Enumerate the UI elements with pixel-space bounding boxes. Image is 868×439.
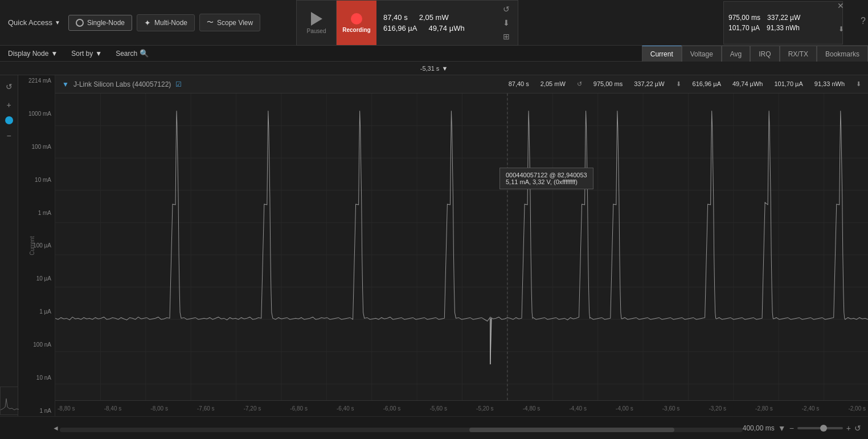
x-label-14: -3,20 s — [709, 405, 726, 412]
x-label-10: -4,80 s — [523, 405, 541, 412]
x-label-1: -8,40 s — [104, 405, 122, 412]
scope-view-button[interactable]: 〜 Scope View — [199, 14, 260, 31]
y-axis-title: Current — [29, 236, 35, 255]
energy-value: 49,74 µWh — [429, 24, 465, 32]
chart-header: ▼ J-Link Silicon Labs (440057122) ☑ 87,4… — [55, 75, 868, 94]
zoom-out-button[interactable]: − — [2, 129, 16, 143]
y-label-9: 10 nA — [18, 375, 55, 381]
single-node-button[interactable]: Single-Node — [68, 15, 132, 31]
top-toolbar: Quick Access ▼ Single-Node ✦ Multi-Node … — [0, 0, 868, 46]
zoom-reset-button[interactable]: ↺ — [854, 424, 861, 433]
tab-avg-label: Avg — [730, 50, 742, 58]
tab-current[interactable]: Current — [642, 46, 682, 62]
zoom-minus-button[interactable]: − — [789, 424, 794, 433]
tab-rxtx[interactable]: RX/TX — [780, 46, 817, 62]
x-label-2: -8,00 s — [150, 405, 168, 412]
device-info: ▼ J-Link Silicon Labs (440057122) ☑ — [62, 80, 182, 88]
power-value: 2,05 mW — [419, 13, 449, 22]
reset-icon[interactable]: ↺ — [503, 5, 510, 14]
rs-energy: 91,33 nWh — [767, 24, 800, 32]
display-node-button[interactable]: Display Node ▼ — [5, 48, 61, 59]
sort-chevron: ▼ — [95, 50, 102, 58]
multi-node-label: Multi-Node — [154, 19, 187, 27]
chart-container: ↺ + − Current 2214 mA 1000 mA 100 mA 10 … — [0, 75, 868, 416]
x-axis: -8,80 s -8,40 s -8,00 s -7,60 s -7,20 s … — [55, 400, 868, 416]
zoom-label: 400,00 ms — [743, 424, 775, 432]
ch-current2: 101,70 µA — [774, 80, 803, 88]
download-panel-button[interactable]: ⬇ — [838, 25, 844, 33]
tab-bar: Current Voltage Avg IRQ RX/TX Bookmarks — [642, 46, 868, 62]
record-label: Recording — [342, 27, 370, 33]
sort-by-label: Sort by — [71, 50, 93, 58]
zoom-slider[interactable] — [797, 427, 843, 429]
help-button[interactable]: ? — [861, 16, 866, 26]
right-stats-panel: 975,00 ms 337,22 µW 101,70 µA 91,33 nWh — [723, 1, 843, 44]
zoom-in-button[interactable]: + — [2, 98, 16, 112]
ch-power2: 337,22 µW — [634, 80, 664, 88]
zoom-plus-button[interactable]: + — [846, 424, 851, 433]
waveform-chart — [55, 94, 868, 416]
ch-download2-icon[interactable]: ⬇ — [856, 80, 861, 88]
x-label-15: -2,80 s — [755, 405, 773, 412]
tab-bookmarks[interactable]: Bookmarks — [817, 46, 868, 62]
scope-view-label: Scope View — [217, 19, 253, 27]
y-label-1: 1000 mA — [18, 111, 55, 117]
current-value: 616,96 µA — [383, 24, 417, 32]
play-icon — [311, 12, 322, 26]
search-button[interactable]: Search 🔍 — [112, 48, 152, 59]
zoom-dropdown-button[interactable]: ▼ — [778, 424, 786, 433]
chart-area: ▼ J-Link Silicon Labs (440057122) ☑ 87,4… — [55, 75, 868, 416]
chevron-down-icon: ▼ — [55, 19, 60, 26]
record-icon — [351, 13, 362, 25]
record-button[interactable]: Recording — [337, 1, 376, 45]
scroll-left-button[interactable]: ◄ — [52, 424, 59, 432]
waveform-icon: 〜 — [207, 18, 214, 27]
check-icon: ☑ — [175, 80, 182, 88]
horizontal-scrollbar[interactable] — [60, 428, 743, 432]
network-icon: ✦ — [144, 18, 151, 27]
sort-by-button[interactable]: Sort by ▼ — [68, 48, 105, 59]
display-node-chevron: ▼ — [51, 50, 58, 58]
y-label-10: 1 nA — [18, 408, 55, 414]
x-label-3: -7,60 s — [197, 405, 215, 412]
search-icon: 🔍 — [140, 49, 149, 58]
fullscreen-icon[interactable]: ⊞ — [503, 32, 510, 41]
tab-current-label: Current — [650, 50, 673, 58]
playback-stats: 87,40 s 2,05 mW 616,96 µA 49,74 µWh — [376, 1, 495, 45]
tab-irq[interactable]: IRQ — [750, 46, 779, 62]
left-controls: ↺ + − — [0, 75, 18, 416]
y-label-3: 10 mA — [18, 177, 55, 183]
ch-time2: 975,00 ms — [593, 80, 623, 88]
device-name-label: J-Link Silicon Labs (440057122) — [73, 80, 171, 88]
chart-svg-wrapper: 000440057122 @ 82,940053 5,11 mA, 3,32 V… — [55, 94, 868, 416]
tab-voltage-label: Voltage — [690, 50, 713, 58]
x-label-6: -6,40 s — [337, 405, 354, 412]
tab-irq-label: IRQ — [759, 50, 771, 58]
playback-controls: Paused Recording 87,40 s 2,05 mW 616,96 … — [296, 0, 518, 46]
x-label-0: -8,80 s — [58, 405, 75, 412]
tab-rxtx-label: RX/TX — [788, 50, 808, 58]
play-label: Paused — [307, 28, 326, 34]
tab-voltage[interactable]: Voltage — [682, 46, 722, 62]
search-label: Search — [116, 50, 137, 58]
y-label-7: 1 µA — [18, 308, 55, 315]
trigger-area: -5,31 s ▼ — [0, 62, 868, 75]
rs-time: 975,00 ms — [728, 14, 760, 22]
mini-chart-svg — [1, 387, 19, 416]
x-label-16: -2,40 s — [802, 405, 820, 412]
ch-download-icon[interactable]: ⬇ — [676, 80, 681, 88]
single-node-label: Single-Node — [87, 19, 125, 27]
undo-button[interactable]: ↺ — [2, 80, 16, 94]
tab-avg[interactable]: Avg — [722, 46, 750, 62]
multi-node-button[interactable]: ✦ Multi-Node — [137, 14, 195, 31]
ch-energy2: 91,33 nWh — [814, 80, 845, 88]
display-node-label: Display Node — [8, 50, 48, 58]
close-panel-button[interactable]: ✕ — [837, 1, 844, 10]
ch-reset-icon[interactable]: ↺ — [577, 80, 582, 88]
channel-dot — [5, 116, 13, 124]
play-button[interactable]: Paused — [297, 1, 337, 45]
download-icon[interactable]: ⬇ — [503, 18, 510, 27]
quick-access-button[interactable]: Quick Access ▼ — [5, 16, 64, 29]
collapse-icon[interactable]: ▼ — [62, 80, 69, 88]
bottom-bar: ◄ 400,00 ms ▼ − + ↺ — [0, 416, 868, 439]
